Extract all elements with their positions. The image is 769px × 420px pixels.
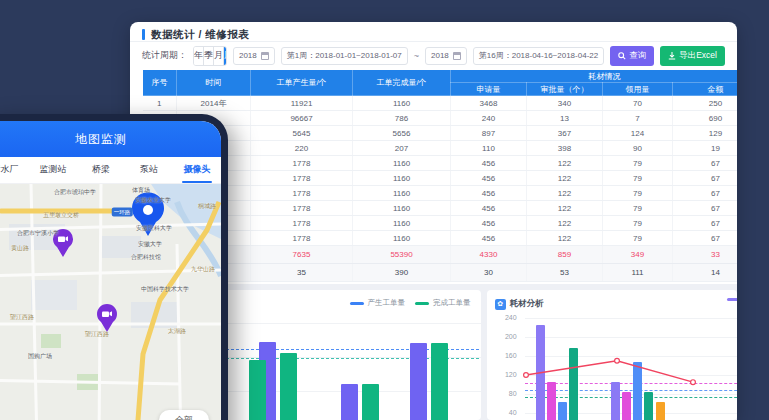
breadcrumb: 数据统计 / 维修报表 bbox=[151, 28, 249, 42]
bar-产生工单量 bbox=[341, 384, 358, 420]
map-view[interactable]: 合肥市琥珀中学体育场安徽农业大学五里墩立交桥合肥市宁溪小学安徽医科大学安徽大学合… bbox=[0, 184, 221, 420]
table-cell: 456 bbox=[451, 186, 527, 201]
phone-tab-污水厂[interactable]: 污水厂 bbox=[0, 157, 29, 183]
consumable-bar bbox=[558, 402, 567, 420]
phone-mockup: ‹ 地图监测 污水厂监测站桥梁泵站摄像头 bbox=[0, 114, 228, 420]
show-all-button[interactable]: 全部 bbox=[159, 410, 209, 420]
table-row: 96667786240137690 bbox=[143, 111, 738, 126]
table-cell: 122 bbox=[527, 186, 603, 201]
table-cell: 67 bbox=[673, 216, 738, 231]
road-shield-badge: 一环路 bbox=[112, 208, 133, 217]
table-cell: 13 bbox=[527, 111, 603, 126]
period-option-季[interactable]: 季 bbox=[204, 47, 214, 65]
phone-tab-bar: 污水厂监测站桥梁泵站摄像头 bbox=[0, 157, 221, 184]
column-header: 领用量 bbox=[603, 83, 673, 96]
week-start-input[interactable]: 第1周：2018-01-01~2018-01-07 bbox=[281, 47, 408, 65]
total-cell: 349 bbox=[603, 246, 673, 264]
map-poi-label: 黄山路 bbox=[11, 244, 29, 253]
period-segmented-control: 年季月周日 bbox=[193, 46, 227, 66]
map-poi-label: 中国科学技术大学 bbox=[141, 285, 189, 294]
table-cell: 124 bbox=[603, 126, 673, 141]
table-cell: 19 bbox=[673, 141, 738, 156]
map-poi-label: 五里墩立交桥 bbox=[43, 211, 79, 220]
table-cell: 240 bbox=[451, 111, 527, 126]
table-cell: 79 bbox=[603, 171, 673, 186]
map-poi-label: 望江西路 bbox=[85, 330, 109, 339]
legend-item[interactable]: 产生工单量 bbox=[350, 298, 406, 308]
table-cell: 1160 bbox=[353, 96, 451, 111]
report-table: 序号时间工单产生量/个工单完成量/个耗材情况申请量审批量（个）领用量金额1201… bbox=[142, 69, 737, 282]
week-end-value: 第16周：2018-04-16~2018-04-22 bbox=[479, 50, 598, 61]
table-cell: 67 bbox=[673, 201, 738, 216]
total-cell: 55390 bbox=[353, 246, 451, 264]
table-cell: 96667 bbox=[251, 111, 353, 126]
period-option-周[interactable]: 周 bbox=[224, 47, 227, 65]
table-cell: 2014年 bbox=[177, 96, 251, 111]
table-cell: 1778 bbox=[251, 216, 353, 231]
table-cell: 398 bbox=[527, 141, 603, 156]
week-end-input[interactable]: 第16周：2018-04-16~2018-04-22 bbox=[473, 47, 604, 65]
legend-label: 产生工单量 bbox=[368, 298, 406, 308]
column-header: 金额 bbox=[673, 83, 738, 96]
table-cell: 456 bbox=[451, 156, 527, 171]
table-row: 177811604561227967 bbox=[143, 216, 738, 231]
average-cell: 111 bbox=[603, 264, 673, 282]
consumable-chart-card: ✿ 耗材分析 2402001601208040 bbox=[487, 290, 737, 420]
total-cell: 33 bbox=[673, 246, 738, 264]
average-cell: 35 bbox=[251, 264, 353, 282]
table-cell: 1160 bbox=[353, 231, 451, 246]
workorder-chart-legend: 产生工单量完成工单量 bbox=[350, 298, 471, 308]
map-labels-layer: 合肥市琥珀中学体育场安徽农业大学五里墩立交桥合肥市宁溪小学安徽医科大学安徽大学合… bbox=[0, 184, 221, 420]
map-poi-label: 国购广场 bbox=[28, 352, 52, 361]
column-header: 工单产生量/个 bbox=[251, 70, 353, 96]
phone-page-title: 地图监测 bbox=[75, 131, 127, 148]
line-point bbox=[614, 358, 619, 363]
table-cell: 67 bbox=[673, 156, 738, 171]
table-cell: 122 bbox=[527, 156, 603, 171]
gridline bbox=[525, 356, 737, 357]
average-cell: 14 bbox=[673, 264, 738, 282]
year-start-value: 2018 bbox=[239, 51, 257, 60]
period-option-月[interactable]: 月 bbox=[214, 47, 224, 65]
column-header: 耗材情况 bbox=[451, 70, 738, 83]
legend-label: 完成工单量 bbox=[433, 298, 471, 308]
range-separator: ~ bbox=[414, 51, 419, 61]
phone-screen: ‹ 地图监测 污水厂监测站桥梁泵站摄像头 bbox=[0, 121, 221, 420]
consumable-bar bbox=[633, 362, 642, 420]
year-end-select[interactable]: 2018 bbox=[425, 47, 467, 65]
table-cell: 79 bbox=[603, 231, 673, 246]
phone-tab-摄像头[interactable]: 摄像头 bbox=[173, 157, 221, 183]
phone-tab-监测站[interactable]: 监测站 bbox=[29, 157, 77, 183]
table-cell: 456 bbox=[451, 216, 527, 231]
column-header: 序号 bbox=[143, 70, 177, 96]
table-cell: 67 bbox=[673, 231, 738, 246]
table-cell: 122 bbox=[527, 231, 603, 246]
average-row: 平均值35390305311114 bbox=[143, 264, 738, 282]
table-cell: 1160 bbox=[353, 216, 451, 231]
table-cell: 207 bbox=[353, 141, 451, 156]
year-start-select[interactable]: 2018 bbox=[233, 47, 275, 65]
legend-swatch bbox=[415, 302, 429, 305]
total-cell: 859 bbox=[527, 246, 603, 264]
table-row: 12014年119211160346834070250 bbox=[143, 96, 738, 111]
bar-完成工单量 bbox=[431, 343, 448, 420]
table-cell: 786 bbox=[353, 111, 451, 126]
table-cell: 1778 bbox=[251, 231, 353, 246]
map-poi-label: 合肥科技馆 bbox=[131, 253, 161, 262]
query-button[interactable]: 查询 bbox=[610, 46, 654, 66]
table-cell: 1778 bbox=[251, 201, 353, 216]
period-option-年[interactable]: 年 bbox=[194, 47, 204, 65]
bar-完成工单量 bbox=[280, 353, 297, 420]
query-button-label: 查询 bbox=[629, 50, 646, 62]
export-excel-button[interactable]: 导出Excel bbox=[660, 46, 725, 66]
legend-item[interactable]: 完成工单量 bbox=[415, 298, 471, 308]
phone-tab-桥梁[interactable]: 桥梁 bbox=[77, 157, 125, 183]
map-poi-label: 合肥市宁溪小学 bbox=[17, 229, 59, 238]
map-poi-label: 体育场 bbox=[132, 186, 150, 195]
table-cell: 79 bbox=[603, 186, 673, 201]
search-icon bbox=[618, 52, 626, 60]
week-start-value: 第1周：2018-01-01~2018-01-07 bbox=[287, 50, 402, 61]
phone-tab-泵站[interactable]: 泵站 bbox=[125, 157, 173, 183]
y-axis-tick: 200 bbox=[501, 333, 517, 340]
table-cell: 129 bbox=[673, 126, 738, 141]
